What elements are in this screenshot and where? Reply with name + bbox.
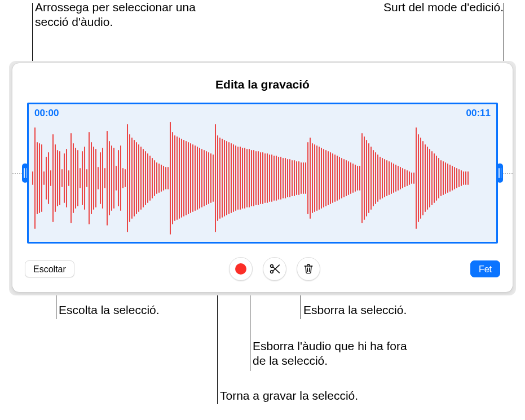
selection-start-time: 00:00 bbox=[34, 108, 59, 119]
waveform-bar bbox=[195, 145, 196, 211]
waveform-bar bbox=[43, 171, 45, 185]
selection-handle-right[interactable] bbox=[497, 163, 503, 183]
waveform-bar bbox=[287, 159, 288, 197]
waveform-bar bbox=[377, 154, 378, 202]
waveform-bar bbox=[37, 142, 38, 214]
waveform-bar bbox=[461, 170, 462, 186]
waveform-bar bbox=[400, 167, 401, 189]
selection-end-time: 00:11 bbox=[466, 108, 491, 119]
selection-handle-left[interactable] bbox=[22, 163, 28, 183]
waveform-bar bbox=[404, 169, 405, 187]
waveform-bar bbox=[32, 171, 33, 185]
waveform-bar bbox=[240, 147, 241, 210]
waveform-bar bbox=[59, 151, 60, 205]
waveform-bar bbox=[438, 158, 439, 198]
waveform-bar bbox=[395, 165, 396, 192]
waveform-bar bbox=[57, 150, 58, 206]
waveform-bar bbox=[292, 160, 293, 196]
waveform-bar bbox=[100, 152, 101, 204]
waveform-bar bbox=[64, 153, 65, 203]
waveform-bar bbox=[337, 156, 338, 201]
waveform-bar bbox=[348, 161, 349, 195]
waveform-bar bbox=[147, 153, 148, 203]
rerecord-button[interactable] bbox=[229, 257, 253, 281]
waveform-bar bbox=[420, 138, 421, 219]
waveform-bar bbox=[255, 151, 257, 205]
callout-exit-edit: Surt del mode d'edició. bbox=[380, 0, 504, 15]
waveform-area[interactable]: 00:00 00:11 bbox=[27, 103, 498, 244]
waveform-bar bbox=[66, 149, 67, 207]
waveform-bar bbox=[161, 165, 162, 192]
waveform-bar bbox=[325, 150, 327, 206]
waveform-bar bbox=[82, 151, 83, 205]
waveform-bar bbox=[269, 154, 270, 202]
done-button[interactable]: Fet bbox=[470, 260, 500, 277]
waveform-bar bbox=[380, 157, 381, 200]
waveform-bar bbox=[98, 167, 99, 189]
waveform-bar bbox=[407, 170, 408, 186]
waveform-bar bbox=[86, 169, 87, 187]
waveform-bar bbox=[197, 147, 198, 210]
waveform-bar bbox=[113, 148, 114, 209]
callout-listen-selection: Escolta la selecció. bbox=[59, 303, 160, 317]
waveform-bar bbox=[235, 145, 236, 211]
waveform-bar bbox=[118, 150, 119, 206]
waveform-bar bbox=[125, 169, 126, 187]
waveform-bar bbox=[104, 168, 105, 188]
waveform-bar bbox=[183, 140, 184, 216]
delete-button[interactable] bbox=[297, 257, 320, 281]
waveform-bar bbox=[386, 160, 387, 196]
waveform-bar bbox=[107, 131, 108, 226]
waveform-bar bbox=[251, 150, 252, 206]
waveform-bar bbox=[425, 144, 426, 212]
waveform-bar bbox=[213, 154, 214, 202]
waveform-bar bbox=[192, 144, 193, 212]
listen-button[interactable]: Escoltar bbox=[25, 260, 74, 277]
waveform-bar bbox=[170, 122, 171, 235]
waveform-bar bbox=[210, 153, 211, 203]
waveform-bar bbox=[165, 167, 166, 189]
waveform-bar bbox=[145, 151, 146, 205]
waveform-bar bbox=[431, 151, 433, 205]
trim-button[interactable] bbox=[263, 257, 286, 281]
waveform-bar bbox=[454, 167, 455, 189]
waveform-bar bbox=[382, 158, 383, 198]
waveform-bar bbox=[389, 161, 390, 195]
waveform-bar bbox=[301, 162, 302, 194]
waveform-bar bbox=[409, 171, 410, 185]
waveform-bar bbox=[55, 144, 56, 212]
waveform-bar bbox=[393, 163, 394, 193]
callout-delete-selection: Esborra la selecció. bbox=[303, 303, 444, 317]
waveform-bar bbox=[253, 150, 254, 206]
waveform-bar bbox=[413, 173, 414, 184]
waveform-bar bbox=[467, 171, 469, 185]
waveform-bar bbox=[443, 161, 444, 195]
waveform-bar bbox=[316, 145, 317, 211]
waveform-bar bbox=[167, 167, 169, 189]
waveform-bar bbox=[138, 144, 139, 212]
waveform-bar bbox=[246, 149, 248, 207]
waveform-bar bbox=[179, 138, 180, 219]
waveform-bar bbox=[109, 141, 110, 215]
waveform-bar bbox=[280, 157, 281, 200]
selection-range[interactable]: 00:00 00:11 bbox=[27, 103, 498, 244]
waveform-bar bbox=[242, 148, 243, 209]
waveform-bar bbox=[422, 141, 423, 215]
waveform-bar bbox=[357, 166, 358, 191]
waveform-bar bbox=[48, 152, 49, 204]
waveform-bar bbox=[343, 159, 345, 197]
waveform-bar bbox=[68, 170, 69, 186]
waveform-bar bbox=[80, 168, 81, 188]
waveform-bar bbox=[201, 149, 202, 207]
waveform-bar bbox=[364, 136, 365, 220]
waveform-bar bbox=[271, 154, 272, 202]
waveform-bar bbox=[366, 140, 367, 216]
waveform-bar bbox=[120, 145, 121, 211]
waveform-bar bbox=[249, 149, 250, 207]
waveform-bar bbox=[411, 173, 412, 184]
waveform-bar bbox=[307, 142, 308, 214]
waveform-bar bbox=[312, 143, 313, 213]
waveform-bar bbox=[84, 147, 85, 210]
waveform-bar bbox=[208, 152, 209, 204]
waveform-bar bbox=[75, 148, 76, 209]
